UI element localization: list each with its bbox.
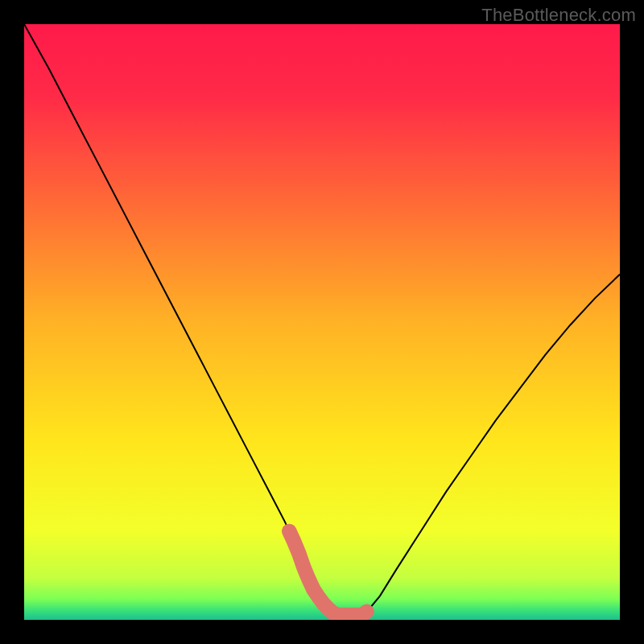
plot-area bbox=[24, 24, 620, 620]
chart-frame: TheBottleneck.com bbox=[0, 0, 644, 644]
gradient-background bbox=[24, 24, 620, 620]
watermark-text: TheBottleneck.com bbox=[481, 5, 636, 26]
chart-svg bbox=[24, 24, 620, 620]
